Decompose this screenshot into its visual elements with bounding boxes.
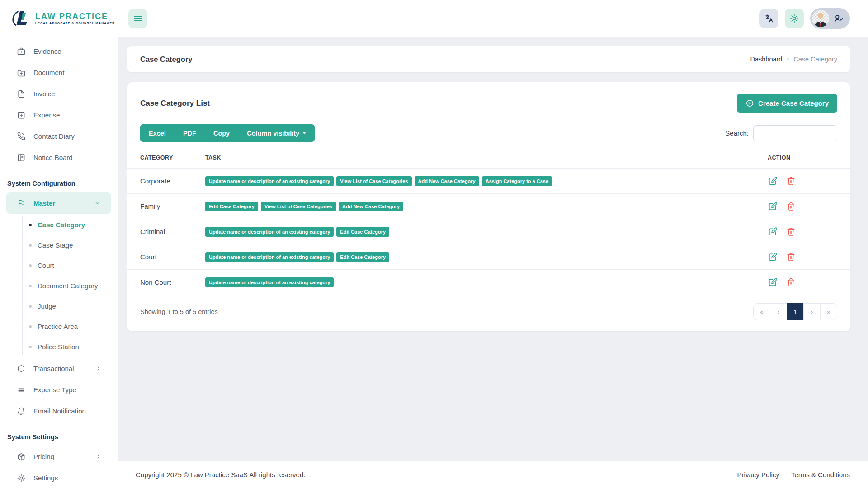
task-badge: Assign Category to a Case: [482, 176, 552, 186]
pagination-prev[interactable]: ‹: [770, 303, 787, 320]
sidebar-subitem-label: Practice Area: [38, 323, 78, 330]
pagination-last[interactable]: »: [820, 303, 837, 320]
edit-icon[interactable]: [768, 277, 778, 287]
sidebar-subitem-case-stage[interactable]: Case Stage: [0, 235, 118, 255]
table-body: CorporateUpdate name or description of a…: [127, 169, 850, 295]
pdf-export-button[interactable]: PDF: [175, 124, 205, 142]
sidebar-item-notice-board[interactable]: Notice Board: [0, 147, 118, 168]
table-footer: Showing 1 to 5 of 5 entries «‹1›»: [127, 295, 850, 331]
sidebar-subitem-label: Judge: [38, 302, 56, 310]
copy-export-button[interactable]: Copy: [205, 124, 238, 142]
profile-menu-button[interactable]: [810, 8, 850, 29]
brand-name: LAW PRACTICE: [35, 12, 115, 20]
pagination-next[interactable]: ›: [803, 303, 821, 320]
bullet-icon: [29, 285, 32, 287]
sidebar-subitem-police-station[interactable]: Police Station: [0, 337, 118, 357]
table-row: CriminalUpdate name or description of an…: [127, 219, 850, 244]
sidebar-item-invoice[interactable]: Invoice: [0, 83, 118, 104]
task-cell: Edit Case CategoryView List of Case Cate…: [205, 194, 768, 219]
sidebar-item-email-notification[interactable]: Email Notification: [0, 400, 118, 422]
package-icon: [17, 452, 26, 461]
sidebar-item-label: Notice Board: [33, 154, 73, 161]
action-cell: [768, 244, 850, 270]
sidebar-item-label: Contact Diary: [33, 132, 75, 140]
trash-icon[interactable]: [786, 201, 796, 211]
export-button-group: Excel PDF Copy Column visibility: [140, 124, 315, 142]
sidebar-item-expense[interactable]: Expense: [0, 104, 118, 126]
main-column: Case Category Dashboard › Case Category …: [118, 0, 868, 488]
card-header: Case Category List Create Case Category: [127, 82, 850, 123]
excel-export-button[interactable]: Excel: [140, 124, 175, 142]
sidebar-toggle-button[interactable]: [128, 9, 147, 28]
sidebar-item-label: Settings: [33, 474, 58, 482]
sidebar-item-transactional[interactable]: Transactional: [0, 358, 118, 379]
sidebar-subitem-document-category[interactable]: Document Category: [0, 276, 118, 296]
sidebar-item-document[interactable]: Document: [0, 62, 118, 83]
sidebar-subitem-case-category[interactable]: Case Category: [0, 215, 118, 235]
sidebar-submenu: Case CategoryCase StageCourtDocument Cat…: [0, 214, 118, 358]
task-cell: Update name or description of an existin…: [205, 169, 768, 194]
category-cell: Family: [127, 194, 205, 219]
page-header-card: Case Category Dashboard › Case Category: [127, 46, 850, 72]
page-footer: Copyright 2025 © Law Practice SaaS All r…: [118, 461, 868, 488]
table-header-row: CATEGORY TASK ACTION: [127, 149, 850, 169]
case-category-table: CATEGORY TASK ACTION CorporateUpdate nam…: [127, 149, 850, 295]
pagination-first[interactable]: «: [753, 303, 770, 320]
chevron-right-icon: [95, 453, 102, 460]
edit-icon[interactable]: [768, 176, 778, 186]
master-icon: [17, 199, 26, 208]
pagination-page-1[interactable]: 1: [787, 303, 804, 320]
trash-icon[interactable]: [786, 176, 796, 186]
sidebar-subitem-judge[interactable]: Judge: [0, 296, 118, 316]
sidebar-item-master[interactable]: Master: [6, 192, 111, 214]
create-case-category-button[interactable]: Create Case Category: [737, 94, 837, 113]
topbar: [118, 0, 868, 37]
folder-plus-icon: [17, 68, 26, 77]
edit-icon[interactable]: [768, 226, 778, 237]
edit-icon[interactable]: [768, 201, 778, 211]
trash-icon[interactable]: [786, 252, 796, 262]
sidebar-item-pricing[interactable]: Pricing: [0, 446, 118, 467]
trash-icon[interactable]: [786, 277, 796, 287]
create-button-label: Create Case Category: [758, 99, 829, 107]
brand-logo[interactable]: LAW PRACTICE LEGAL ADVOCATE & COUNSEL MA…: [0, 0, 118, 37]
sidebar-subitem-court[interactable]: Court: [0, 255, 118, 276]
chevron-down-icon: [94, 200, 101, 206]
bell-icon: [17, 407, 26, 416]
language-button[interactable]: [760, 9, 778, 28]
sidebar-item-label: Master: [33, 199, 55, 207]
sidebar-item-evidence[interactable]: Evidence: [0, 41, 118, 62]
sidebar-item-settings[interactable]: Settings: [0, 467, 118, 488]
task-badge: Add New Case Category: [415, 176, 479, 186]
search-input[interactable]: [753, 125, 837, 141]
search-container: Search:: [725, 125, 837, 141]
chevron-right-icon: [95, 365, 102, 372]
caret-down-icon: [302, 132, 306, 134]
sidebar-item-label: Evidence: [33, 47, 61, 55]
sidebar-item-contact-diary[interactable]: Contact Diary: [0, 126, 118, 147]
content-area: Case Category Dashboard › Case Category …: [118, 37, 868, 461]
sidebar-item-label: Document: [33, 69, 64, 76]
terms-conditions-link[interactable]: Terms & Conditions: [791, 471, 850, 479]
sidebar-subitem-practice-area[interactable]: Practice Area: [0, 316, 118, 337]
edit-icon[interactable]: [768, 252, 778, 262]
settings-button[interactable]: [785, 9, 804, 28]
gear-icon: [789, 14, 799, 23]
action-cell: [768, 219, 850, 244]
topbar-actions: [760, 8, 850, 29]
sidebar-item-label: Transactional: [33, 365, 74, 372]
trash-icon[interactable]: [786, 226, 796, 237]
brand-text: LAW PRACTICE LEGAL ADVOCATE & COUNSEL MA…: [35, 12, 115, 25]
sidebar-subitem-label: Case Category: [38, 221, 85, 229]
column-visibility-button[interactable]: Column visibility: [238, 124, 315, 142]
sidebar-subitem-label: Document Category: [38, 282, 98, 290]
sidebar-item-expense-type[interactable]: Expense Type: [0, 379, 118, 400]
copyright-text: Copyright 2025 © Law Practice SaaS All r…: [136, 471, 305, 479]
breadcrumb-dashboard-link[interactable]: Dashboard: [750, 56, 783, 63]
column-header-category: CATEGORY: [127, 149, 205, 169]
bullet-icon: [29, 346, 32, 348]
task-badge: Edit Case Category: [336, 252, 389, 262]
privacy-policy-link[interactable]: Privacy Policy: [737, 471, 779, 479]
task-cell: Update name or description of an existin…: [205, 270, 768, 295]
action-cell: [768, 270, 850, 295]
